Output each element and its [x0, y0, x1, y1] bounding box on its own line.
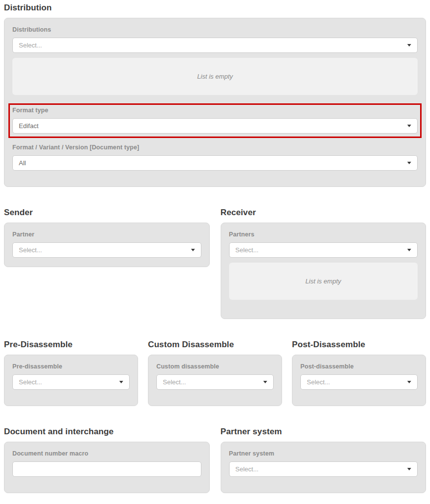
section-pre-disassemble: Pre-Disassemble Pre-disassemble Select..… [4, 340, 138, 406]
distributions-select-placeholder: Select... [19, 42, 42, 49]
section-distribution: Distribution Distributions Select... Lis… [4, 3, 426, 187]
format-type-select[interactable]: Edifact [12, 118, 418, 134]
pre-disassemble-select[interactable]: Select... [12, 374, 130, 390]
chevron-down-icon [263, 381, 267, 383]
section-partner-system: Partner system Partner system Select... [221, 427, 427, 493]
receiver-empty-list: List is empty [229, 263, 418, 300]
custom-disassemble-title: Custom Disassemble [148, 340, 282, 350]
custom-disassemble-panel: Custom disassemble Select... [148, 355, 282, 406]
sender-panel: Partner Select... [4, 223, 210, 267]
partner-system-select[interactable]: Select... [229, 461, 418, 477]
form-page: Distribution Distributions Select... Lis… [0, 0, 430, 500]
sender-partner-label: Partner [12, 231, 201, 238]
receiver-panel: Partners Select... List is empty [221, 223, 427, 319]
post-disassemble-select-placeholder: Select... [307, 378, 330, 386]
post-disassemble-title: Post-Disassemble [292, 340, 426, 350]
section-document-interchange: Document and interchange Document number… [4, 427, 210, 493]
format-type-label: Format type [12, 107, 418, 114]
sender-receiver-row: Sender Partner Select... Receiver Partne… [4, 208, 426, 319]
section-sender: Sender Partner Select... [4, 208, 210, 267]
disassemble-row: Pre-Disassemble Pre-disassemble Select..… [4, 340, 426, 406]
receiver-title: Receiver [221, 208, 427, 218]
pre-disassemble-field: Pre-disassemble Select... [12, 363, 130, 390]
chevron-down-icon [191, 249, 195, 251]
document-number-macro-label: Document number macro [12, 450, 201, 457]
sender-partner-select[interactable]: Select... [12, 242, 201, 258]
custom-disassemble-label: Custom disassemble [156, 363, 274, 370]
pre-disassemble-select-placeholder: Select... [19, 378, 42, 386]
chevron-down-icon [407, 162, 411, 164]
pre-disassemble-title: Pre-Disassemble [4, 340, 138, 350]
distribution-panel: Distributions Select... List is empty Fo… [4, 18, 426, 187]
receiver-partners-label: Partners [229, 231, 418, 238]
distributions-empty-list-text: List is empty [197, 73, 233, 80]
partner-system-panel: Partner system Select... [221, 442, 427, 493]
partner-system-title: Partner system [221, 427, 427, 437]
post-disassemble-label: Post-disassemble [300, 363, 418, 370]
section-receiver: Receiver Partners Select... List is empt… [221, 208, 427, 319]
document-interchange-panel: Document number macro [4, 442, 210, 493]
sender-partner-field: Partner Select... [12, 231, 201, 258]
chevron-down-icon [407, 125, 411, 127]
distributions-field: Distributions Select... [12, 26, 418, 53]
document-number-macro-field: Document number macro [12, 450, 201, 477]
format-variant-select[interactable]: All [12, 155, 418, 171]
pre-disassemble-panel: Pre-disassemble Select... [4, 355, 138, 406]
post-disassemble-panel: Post-disassemble Select... [292, 355, 426, 406]
document-partner-row: Document and interchange Document number… [4, 427, 426, 493]
partner-system-field: Partner system Select... [229, 450, 418, 477]
distribution-title: Distribution [4, 3, 426, 13]
pre-disassemble-label: Pre-disassemble [12, 363, 130, 370]
custom-disassemble-select-placeholder: Select... [163, 378, 186, 386]
section-custom-disassemble: Custom Disassemble Custom disassemble Se… [148, 340, 282, 406]
chevron-down-icon [119, 381, 123, 383]
format-variant-label: Format / Variant / Version [Document typ… [12, 144, 418, 151]
chevron-down-icon [407, 468, 411, 470]
partner-system-select-placeholder: Select... [236, 465, 259, 473]
partner-system-label: Partner system [229, 450, 418, 457]
format-variant-field: Format / Variant / Version [Document typ… [12, 144, 418, 171]
distributions-label: Distributions [12, 26, 418, 33]
format-type-field: Format type Edifact [12, 107, 418, 134]
post-disassemble-field: Post-disassemble Select... [300, 363, 418, 390]
format-variant-select-value: All [19, 159, 26, 167]
distribution-column: Distribution Distributions Select... Lis… [4, 3, 426, 187]
distributions-select[interactable]: Select... [12, 38, 418, 53]
custom-disassemble-field: Custom disassemble Select... [156, 363, 274, 390]
receiver-partners-select-placeholder: Select... [236, 246, 259, 254]
format-type-highlight: Format type Edifact [8, 103, 422, 138]
format-type-select-value: Edifact [19, 122, 39, 130]
receiver-partners-field: Partners Select... [229, 231, 418, 258]
distributions-empty-list: List is empty [12, 58, 418, 95]
chevron-down-icon [407, 44, 411, 46]
document-interchange-title: Document and interchange [4, 427, 210, 437]
sender-title: Sender [4, 208, 210, 218]
chevron-down-icon [407, 249, 411, 251]
document-number-macro-input[interactable] [12, 461, 201, 477]
receiver-empty-list-text: List is empty [305, 277, 341, 285]
section-post-disassemble: Post-Disassemble Post-disassemble Select… [292, 340, 426, 406]
chevron-down-icon [407, 381, 411, 383]
post-disassemble-select[interactable]: Select... [300, 374, 418, 390]
sender-partner-select-placeholder: Select... [19, 246, 42, 254]
receiver-partners-select[interactable]: Select... [229, 242, 418, 258]
custom-disassemble-select[interactable]: Select... [156, 374, 274, 390]
